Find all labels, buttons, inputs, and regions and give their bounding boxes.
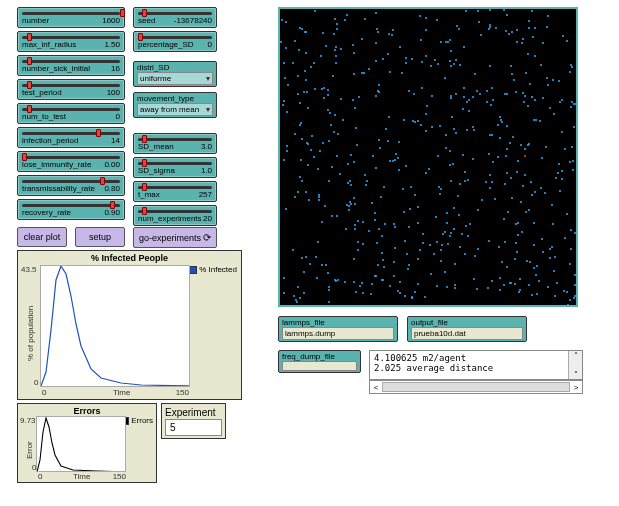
agent-dot	[453, 128, 455, 130]
agent-dot	[331, 166, 333, 168]
slider-SD-sigma[interactable]: SD_sigma1.0	[133, 157, 217, 178]
agent-dot	[561, 99, 563, 101]
slider-thumb[interactable]	[110, 201, 115, 209]
slider-thumb[interactable]	[27, 81, 32, 89]
slider-lose-immunity-rate[interactable]: lose_immunity_rate0.00	[17, 151, 125, 172]
slider-number[interactable]: number1600	[17, 7, 125, 28]
slider-track[interactable]	[138, 162, 212, 165]
scroll-track[interactable]	[382, 382, 570, 392]
slider-recovery-rate[interactable]: recovery_rate0.90	[17, 199, 125, 220]
setup-button[interactable]: setup	[75, 227, 125, 247]
agent-dot	[451, 116, 453, 118]
output-hscroll[interactable]: < >	[369, 380, 583, 394]
input-value[interactable]	[282, 361, 357, 371]
slider-SD-mean[interactable]: SD_mean3.0	[133, 133, 217, 154]
agent-dot	[425, 29, 427, 31]
input-output-file[interactable]: output_file prueba10d.dat	[407, 316, 527, 342]
slider-track[interactable]	[22, 84, 120, 87]
slider-t-max[interactable]: t_max257	[133, 181, 217, 202]
slider-track[interactable]	[138, 12, 212, 15]
agent-dot	[559, 190, 561, 192]
output-vscroll[interactable]: ˄ ˅	[568, 351, 582, 379]
slider-track[interactable]	[22, 12, 120, 15]
slider-label: lose_immunity_rate	[22, 160, 91, 169]
agent-dot	[453, 63, 455, 65]
clear-plot-button[interactable]: clear plot	[17, 227, 67, 247]
slider-transmissability-rate[interactable]: transmissability_rate0.80	[17, 175, 125, 196]
agent-dot	[328, 140, 330, 142]
slider-num-experiments[interactable]: num_experiments20	[133, 205, 217, 226]
agent-dot	[355, 291, 357, 293]
input-value[interactable]: lammps.dump	[282, 327, 394, 340]
slider-track[interactable]	[22, 132, 120, 135]
slider-test-period[interactable]: test_period100	[17, 79, 125, 100]
scroll-left-icon[interactable]: <	[370, 383, 382, 392]
slider-num-to-test[interactable]: num_to_test0	[17, 103, 125, 124]
scroll-up-icon[interactable]: ˄	[574, 351, 578, 360]
slider-track[interactable]	[22, 36, 120, 39]
agent-dot	[393, 261, 395, 263]
slider-thumb[interactable]	[120, 9, 125, 17]
agent-dot	[450, 180, 452, 182]
agent-dot	[287, 84, 289, 86]
agent-dot	[444, 231, 446, 233]
scroll-right-icon[interactable]: >	[570, 383, 582, 392]
agent-dot	[333, 33, 335, 35]
chooser-movement-type[interactable]: movement_type away from mean▾	[133, 92, 217, 118]
slider-track[interactable]	[138, 36, 212, 39]
agent-dot	[455, 59, 457, 61]
agent-dot	[494, 198, 496, 200]
slider-track[interactable]	[138, 186, 212, 189]
slider-thumb[interactable]	[22, 153, 27, 161]
button-label: go-experiments	[139, 233, 201, 243]
slider-thumb[interactable]	[100, 177, 105, 185]
agent-dot	[408, 264, 410, 266]
slider-track[interactable]	[22, 156, 120, 159]
input-freq-dump-file[interactable]: freq_dump_file	[278, 350, 361, 373]
agent-dot	[281, 19, 283, 21]
agent-dot	[476, 90, 478, 92]
slider-track[interactable]	[22, 180, 120, 183]
agent-dot	[450, 65, 452, 67]
world-view[interactable]	[278, 7, 578, 307]
agent-dot	[564, 148, 566, 150]
agent-dot	[517, 160, 519, 162]
go-experiments-button[interactable]: go-experiments ⟳	[133, 227, 217, 248]
input-lammps-file[interactable]: lammps_file lammps.dump	[278, 316, 398, 342]
slider-track[interactable]	[138, 138, 212, 141]
input-value[interactable]: prueba10d.dat	[411, 327, 523, 340]
slider-thumb[interactable]	[96, 129, 101, 137]
slider-thumb[interactable]	[142, 9, 147, 17]
slider-thumb[interactable]	[27, 33, 32, 41]
x-max: 150	[176, 388, 189, 397]
agent-dot	[382, 279, 384, 281]
agent-dot	[472, 158, 474, 160]
slider-thumb[interactable]	[142, 159, 147, 167]
slider-thumb[interactable]	[138, 33, 143, 41]
scroll-down-icon[interactable]: ˅	[574, 370, 578, 379]
agent-dot	[354, 228, 356, 230]
slider-percentage-SD[interactable]: percentage_SD0	[133, 31, 217, 52]
agent-dot	[533, 222, 535, 224]
slider-value: 14	[111, 136, 120, 145]
agent-dot	[422, 242, 424, 244]
slider-thumb[interactable]	[27, 105, 32, 113]
chooser-distri-sd[interactable]: distri_SD uniforme▾	[133, 61, 217, 87]
agent-dot	[439, 125, 441, 127]
slider-thumb[interactable]	[142, 207, 147, 215]
slider-thumb[interactable]	[142, 183, 147, 191]
slider-track[interactable]	[22, 60, 120, 63]
slider-track[interactable]	[138, 210, 212, 213]
slider-max-inf-radius[interactable]: max_inf_radius1.50	[17, 31, 125, 52]
slider-track[interactable]	[22, 108, 120, 111]
slider-infection-period[interactable]: infection_period14	[17, 127, 125, 148]
slider-track[interactable]	[22, 204, 120, 207]
agent-dot	[388, 33, 390, 35]
slider-thumb[interactable]	[142, 135, 147, 143]
slider-number-sick-initial[interactable]: number_sick_initial16	[17, 55, 125, 76]
slider-seed[interactable]: seed-13678240	[133, 7, 217, 28]
agent-dot	[321, 264, 323, 266]
agent-dot	[516, 29, 518, 31]
slider-thumb[interactable]	[27, 57, 32, 65]
agent-dot	[464, 253, 466, 255]
